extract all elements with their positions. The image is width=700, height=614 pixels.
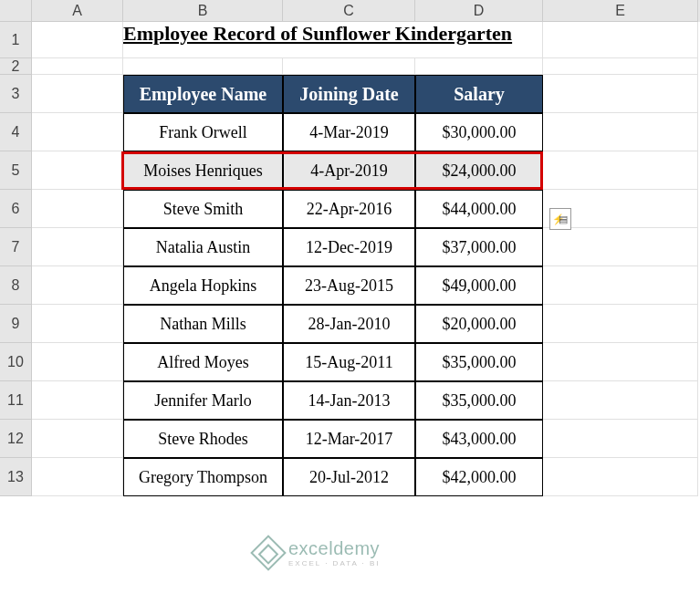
- header-name[interactable]: Employee Name: [123, 75, 283, 113]
- cell-salary-5[interactable]: $20,000.00: [415, 305, 543, 343]
- cell-name-8[interactable]: Steve Rhodes: [123, 420, 283, 458]
- cell-e4[interactable]: [543, 113, 698, 151]
- row-2: 2: [0, 58, 700, 75]
- row-header-5[interactable]: 5: [0, 151, 32, 190]
- row-7: 7 Natalia Austin 12-Dec-2019 $37,000.00: [0, 228, 700, 266]
- cell-name-5[interactable]: Nathan Mills: [123, 305, 283, 343]
- cell-date-1[interactable]: 4-Apr-2019: [283, 151, 415, 190]
- row-5: 5 Moises Henriques 4-Apr-2019 $24,000.00: [0, 151, 700, 190]
- cell-b2[interactable]: [123, 58, 283, 75]
- cell-date-2[interactable]: 22-Apr-2016: [283, 190, 415, 228]
- cell-date-3[interactable]: 12-Dec-2019: [283, 228, 415, 266]
- col-header-c[interactable]: C: [283, 0, 415, 22]
- row-header-6[interactable]: 6: [0, 190, 32, 228]
- col-header-a[interactable]: A: [32, 0, 123, 22]
- cell-e12[interactable]: [543, 420, 698, 458]
- cell-a11[interactable]: [32, 381, 123, 420]
- cell-date-8[interactable]: 12-Mar-2017: [283, 420, 415, 458]
- cell-d2[interactable]: [415, 58, 543, 75]
- cell-e1[interactable]: [543, 22, 698, 58]
- row-1: 1 Employee Record of Sunflower Kindergar…: [0, 22, 700, 58]
- row-6: 6 Steve Smith 22-Apr-2016 $44,000.00: [0, 190, 700, 228]
- cell-salary-3[interactable]: $37,000.00: [415, 228, 543, 266]
- cell-e3[interactable]: [543, 75, 698, 113]
- cell-a12[interactable]: [32, 420, 123, 458]
- row-header-4[interactable]: 4: [0, 113, 32, 151]
- row-header-7[interactable]: 7: [0, 228, 32, 266]
- cell-salary-1[interactable]: $24,000.00: [415, 151, 543, 190]
- cell-name-9[interactable]: Gregory Thompson: [123, 458, 283, 496]
- cell-name-3[interactable]: Natalia Austin: [123, 228, 283, 266]
- exceldemy-logo-icon: [250, 535, 287, 571]
- watermark-sub: EXCEL · DATA · BI: [288, 559, 381, 567]
- row-header-3[interactable]: 3: [0, 75, 32, 113]
- row-header-10[interactable]: 10: [0, 343, 32, 381]
- row-header-9[interactable]: 9: [0, 305, 32, 343]
- cell-e7[interactable]: [543, 228, 698, 266]
- cell-a6[interactable]: [32, 190, 123, 228]
- row-8: 8 Angela Hopkins 23-Aug-2015 $49,000.00: [0, 266, 700, 305]
- cell-salary-9[interactable]: $42,000.00: [415, 458, 543, 496]
- select-all-corner[interactable]: [0, 0, 32, 22]
- cell-salary-8[interactable]: $43,000.00: [415, 420, 543, 458]
- cell-name-6[interactable]: Alfred Moyes: [123, 343, 283, 381]
- cell-date-9[interactable]: 20-Jul-2012: [283, 458, 415, 496]
- row-header-13[interactable]: 13: [0, 458, 32, 496]
- cell-date-7[interactable]: 14-Jan-2013: [283, 381, 415, 420]
- cell-a4[interactable]: [32, 113, 123, 151]
- row-10: 10 Alfred Moyes 15-Aug-2011 $35,000.00: [0, 343, 700, 381]
- row-4: 4 Frank Orwell 4-Mar-2019 $30,000.00: [0, 113, 700, 151]
- cell-a1[interactable]: [32, 22, 123, 58]
- cell-a2[interactable]: [32, 58, 123, 75]
- cell-date-0[interactable]: 4-Mar-2019: [283, 113, 415, 151]
- cell-salary-0[interactable]: $30,000.00: [415, 113, 543, 151]
- row-9: 9 Nathan Mills 28-Jan-2010 $20,000.00: [0, 305, 700, 343]
- cell-date-4[interactable]: 23-Aug-2015: [283, 266, 415, 305]
- cell-name-1[interactable]: Moises Henriques: [123, 151, 283, 190]
- col-header-b[interactable]: B: [123, 0, 283, 22]
- cell-e2[interactable]: [543, 58, 698, 75]
- col-header-d[interactable]: D: [415, 0, 543, 22]
- row-12: 12 Steve Rhodes 12-Mar-2017 $43,000.00: [0, 420, 700, 458]
- cell-salary-7[interactable]: $35,000.00: [415, 381, 543, 420]
- cell-date-6[interactable]: 15-Aug-2011: [283, 343, 415, 381]
- cell-name-0[interactable]: Frank Orwell: [123, 113, 283, 151]
- col-header-e[interactable]: E: [543, 0, 698, 22]
- title-cell[interactable]: Employee Record of Sunflower Kindergarte…: [123, 22, 543, 58]
- cell-a13[interactable]: [32, 458, 123, 496]
- cell-e13[interactable]: [543, 458, 698, 496]
- cell-e10[interactable]: [543, 343, 698, 381]
- header-date[interactable]: Joining Date: [283, 75, 415, 113]
- cell-salary-6[interactable]: $35,000.00: [415, 343, 543, 381]
- cell-e11[interactable]: [543, 381, 698, 420]
- cell-a8[interactable]: [32, 266, 123, 305]
- cell-name-4[interactable]: Angela Hopkins: [123, 266, 283, 305]
- cell-e5[interactable]: [543, 151, 698, 190]
- row-3: 3 Employee Name Joining Date Salary: [0, 75, 700, 113]
- spreadsheet-grid: A B C D E 1 Employee Record of Sunflower…: [0, 0, 700, 496]
- cell-salary-4[interactable]: $49,000.00: [415, 266, 543, 305]
- cell-date-5[interactable]: 28-Jan-2010: [283, 305, 415, 343]
- header-salary[interactable]: Salary: [415, 75, 543, 113]
- watermark-text: exceldemy EXCEL · DATA · BI: [288, 538, 381, 567]
- cell-a7[interactable]: [32, 228, 123, 266]
- watermark-main: exceldemy: [288, 538, 381, 559]
- row-header-8[interactable]: 8: [0, 266, 32, 305]
- cell-salary-2[interactable]: $44,000.00: [415, 190, 543, 228]
- cell-c2[interactable]: [283, 58, 415, 75]
- row-13: 13 Gregory Thompson 20-Jul-2012 $42,000.…: [0, 458, 700, 496]
- cell-a3[interactable]: [32, 75, 123, 113]
- row-header-12[interactable]: 12: [0, 420, 32, 458]
- cell-e9[interactable]: [543, 305, 698, 343]
- row-header-1[interactable]: 1: [0, 22, 32, 58]
- cell-e8[interactable]: [543, 266, 698, 305]
- row-header-11[interactable]: 11: [0, 381, 32, 420]
- row-11: 11 Jennifer Marlo 14-Jan-2013 $35,000.00: [0, 381, 700, 420]
- cell-a5[interactable]: [32, 151, 123, 190]
- row-header-2[interactable]: 2: [0, 58, 32, 75]
- cell-a10[interactable]: [32, 343, 123, 381]
- cell-name-2[interactable]: Steve Smith: [123, 190, 283, 228]
- insert-options-icon[interactable]: [549, 208, 571, 230]
- cell-name-7[interactable]: Jennifer Marlo: [123, 381, 283, 420]
- cell-a9[interactable]: [32, 305, 123, 343]
